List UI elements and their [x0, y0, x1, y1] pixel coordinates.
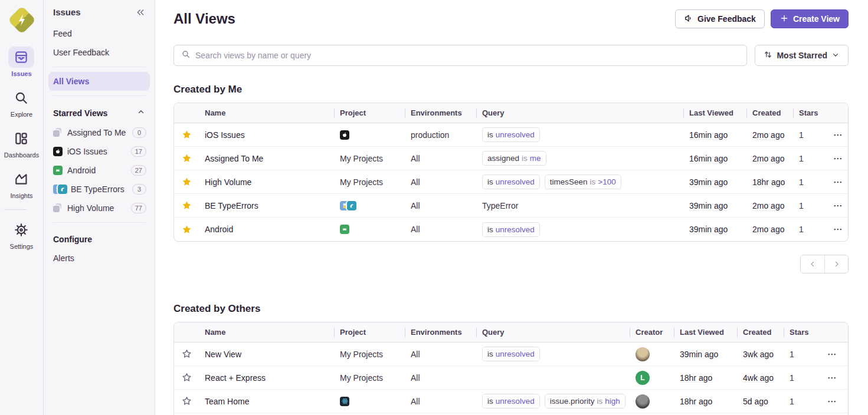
rail-item-label: Issues — [11, 70, 31, 77]
query-cell: isunresolvedtimesSeenis>100 — [476, 174, 683, 189]
actions-cell: ⋯ — [824, 222, 848, 237]
rail-item-issues[interactable]: Issues — [4, 47, 39, 77]
give-feedback-button[interactable]: Give Feedback — [675, 9, 765, 28]
collapse-sidebar-button[interactable] — [136, 8, 145, 17]
star-filled-button[interactable] — [181, 129, 193, 141]
last-viewed-cell: 39min ago — [674, 350, 737, 359]
query-token: is — [487, 350, 493, 358]
row-options-button[interactable]: ⋯ — [824, 394, 841, 409]
column-header-query: Query — [476, 328, 630, 337]
star-filled-button[interactable] — [181, 199, 193, 212]
view-name-link[interactable]: React + Express — [205, 373, 266, 383]
star-filled-button[interactable] — [181, 152, 193, 164]
project-cell — [334, 201, 405, 210]
plus-icon — [779, 14, 789, 25]
query-token: me — [530, 154, 541, 163]
starred-view-label: BE TypeErrors — [71, 185, 127, 194]
row-options-button[interactable]: ⋯ — [830, 174, 847, 190]
create-view-button[interactable]: Create View — [771, 9, 849, 28]
view-name-link[interactable]: Team Home — [205, 397, 249, 406]
starred-view-high-volume[interactable]: High Volume77 — [44, 199, 155, 218]
view-name-link[interactable]: Android — [205, 225, 233, 234]
star-outline-button[interactable] — [181, 348, 193, 360]
rail-item-explore[interactable]: Explore — [4, 87, 39, 118]
search-input[interactable] — [195, 51, 739, 60]
query-token: unresolved — [496, 397, 535, 406]
rail-item-settings[interactable]: Settings — [4, 219, 39, 250]
rail-item-insights[interactable]: Insights — [4, 169, 39, 199]
row-options-button[interactable]: ⋯ — [830, 198, 847, 213]
starred-views-header[interactable]: Starred Views — [44, 101, 155, 123]
table-row[interactable]: New ViewMy ProjectsAllisunresolved39min … — [174, 342, 848, 366]
starred-view-ios-issues[interactable]: iOS Issues17 — [44, 142, 155, 161]
view-name-link[interactable]: Assigned To Me — [205, 154, 263, 163]
table-row[interactable]: Assigned To MeMy ProjectsAllassignedisme… — [174, 147, 848, 170]
next-page-button[interactable] — [824, 255, 848, 273]
starred-view-android[interactable]: Android27 — [44, 161, 155, 180]
create-view-label: Create View — [793, 14, 840, 24]
created-cell: 5d ago — [737, 397, 784, 406]
last-viewed-value: 39min ago — [689, 225, 728, 234]
column-header-name: Name — [199, 328, 334, 337]
star-outline-button[interactable] — [181, 395, 193, 407]
view-name-link[interactable]: iOS Issues — [205, 130, 245, 140]
query-cell: isunresolved — [476, 347, 630, 361]
row-options-button[interactable]: ⋯ — [830, 127, 847, 143]
star-filled-button[interactable] — [181, 176, 193, 188]
chevron-up-icon[interactable] — [137, 108, 145, 118]
column-header-project: Project — [334, 328, 405, 337]
star-filled-button[interactable] — [181, 223, 193, 236]
row-options-button[interactable]: ⋯ — [830, 222, 847, 237]
previous-page-button[interactable] — [801, 255, 824, 273]
column-header-created: Created — [737, 328, 784, 337]
view-name-link[interactable]: High Volume — [205, 177, 251, 187]
star-cell — [174, 176, 199, 188]
actions-cell: ⋯ — [824, 127, 848, 143]
created-value: 2mo ago — [752, 201, 784, 210]
column-header-environments: Environments — [405, 108, 476, 118]
sidebar-item-alerts[interactable]: Alerts — [44, 249, 155, 268]
actions-cell: ⋯ — [818, 394, 848, 409]
starred-view-be-typeerrors[interactable]: BE TypeErrors3 — [44, 180, 155, 199]
left-icon-rail: Issues Explore Dashboards Insights Setti… — [0, 0, 44, 415]
view-name-link[interactable]: New View — [205, 350, 241, 359]
issue-count-badge: 0 — [132, 127, 146, 138]
name-cell: Android — [199, 225, 334, 234]
starred-view-assigned-to-me[interactable]: Assigned To Me0 — [44, 123, 155, 142]
row-options-button[interactable]: ⋯ — [824, 347, 841, 362]
search-box[interactable] — [173, 45, 747, 66]
chevron-down-icon — [831, 51, 840, 61]
views-toolbar: Most Starred — [173, 45, 849, 66]
stars-count-cell: 1 — [793, 177, 824, 187]
query-filter-chip: isunresolved — [482, 174, 540, 189]
rail-item-dashboards[interactable]: Dashboards — [4, 128, 39, 159]
created-by-me-title: Created by Me — [173, 84, 849, 95]
table-row[interactable]: AndroidAllisunresolved39min ago2mo ago1⋯ — [174, 218, 848, 241]
settings-icon — [8, 219, 34, 241]
star-outline-button[interactable] — [181, 371, 193, 384]
row-options-button[interactable]: ⋯ — [830, 151, 847, 166]
row-options-button[interactable]: ⋯ — [824, 370, 841, 386]
view-name-link[interactable]: BE TypeErrors — [205, 201, 258, 210]
column-header-last-viewed: Last Viewed — [683, 108, 746, 118]
query-token: assigned — [487, 154, 519, 163]
sidebar-item-user-feedback[interactable]: User Feedback — [44, 43, 155, 62]
created-by-others-table: NameProjectEnvironmentsQueryCreatorLast … — [173, 322, 849, 415]
table-row[interactable]: High VolumeMy ProjectsAllisunresolvedtim… — [174, 170, 848, 194]
rail-item-label: Insights — [11, 192, 33, 199]
table-row[interactable]: React + ExpressMy ProjectsAllL18hr ago4w… — [174, 366, 848, 390]
pagination-row — [173, 255, 849, 274]
sidebar-item-all-views[interactable]: All Views — [48, 72, 150, 91]
query-filter-chip: issue.priorityishigh — [545, 394, 625, 409]
table-row[interactable]: BE TypeErrorsAllTypeError39min ago2mo ag… — [174, 194, 848, 218]
table-row[interactable]: iOS Issuesproductionisunresolved16min ag… — [174, 123, 848, 147]
star-cell — [174, 152, 199, 164]
last-viewed-cell: 39min ago — [683, 225, 746, 234]
starred-view-label: Assigned To Me — [67, 128, 127, 137]
sentry-logo[interactable] — [9, 8, 34, 32]
environments-cell: All — [405, 397, 476, 406]
sidebar-item-feed[interactable]: Feed — [44, 24, 155, 43]
table-row[interactable]: Team HomeAllisunresolvedissue.priorityis… — [174, 390, 848, 413]
created-value: 18hr ago — [752, 177, 785, 187]
sort-dropdown[interactable]: Most Starred — [755, 45, 849, 66]
